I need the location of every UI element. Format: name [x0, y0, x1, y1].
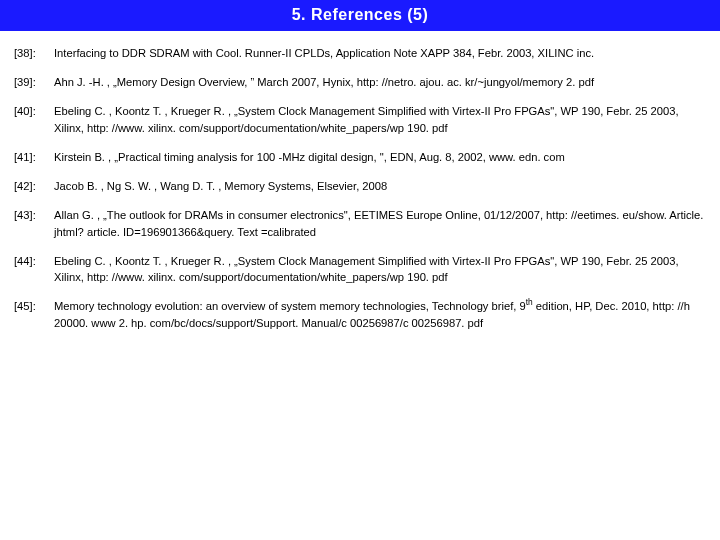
reference-item: [43]: Allan G. , „The outlook for DRAMs …	[14, 207, 706, 239]
reference-item: [45]: Memory technology evolution: an ov…	[14, 298, 706, 330]
reference-item: [41]: Kirstein B. , „Practical timing an…	[14, 149, 706, 165]
reference-text: Ebeling C. , Koontz T. , Krueger R. , „S…	[52, 253, 706, 285]
reference-number: [44]:	[14, 253, 52, 269]
references-list: [38]: Interfacing to DDR SDRAM with Cool…	[0, 31, 720, 331]
reference-item: [42]: Jacob B. , Ng S. W. , Wang D. T. ,…	[14, 178, 706, 194]
reference-number: [41]:	[14, 149, 52, 165]
reference-text: Memory technology evolution: an overview…	[52, 298, 706, 330]
reference-text: Interfacing to DDR SDRAM with Cool. Runn…	[52, 45, 706, 61]
reference-item: [44]: Ebeling C. , Koontz T. , Krueger R…	[14, 253, 706, 285]
reference-item: [38]: Interfacing to DDR SDRAM with Cool…	[14, 45, 706, 61]
reference-text: Ahn J. -H. , „Memory Design Overview, ” …	[52, 74, 706, 90]
slide-title: 5. References (5)	[292, 6, 429, 23]
reference-number: [40]:	[14, 103, 52, 119]
reference-number: [38]:	[14, 45, 52, 61]
slide-title-bar: 5. References (5)	[0, 0, 720, 31]
reference-number: [39]:	[14, 74, 52, 90]
reference-item: [40]: Ebeling C. , Koontz T. , Krueger R…	[14, 103, 706, 135]
reference-text: Allan G. , „The outlook for DRAMs in con…	[52, 207, 706, 239]
reference-number: [42]:	[14, 178, 52, 194]
reference-item: [39]: Ahn J. -H. , „Memory Design Overvi…	[14, 74, 706, 90]
reference-text: Kirstein B. , „Practical timing analysis…	[52, 149, 706, 165]
reference-number: [43]:	[14, 207, 52, 223]
reference-text: Jacob B. , Ng S. W. , Wang D. T. , Memor…	[52, 178, 706, 194]
reference-number: [45]:	[14, 298, 52, 314]
reference-text: Ebeling C. , Koontz T. , Krueger R. , „S…	[52, 103, 706, 135]
